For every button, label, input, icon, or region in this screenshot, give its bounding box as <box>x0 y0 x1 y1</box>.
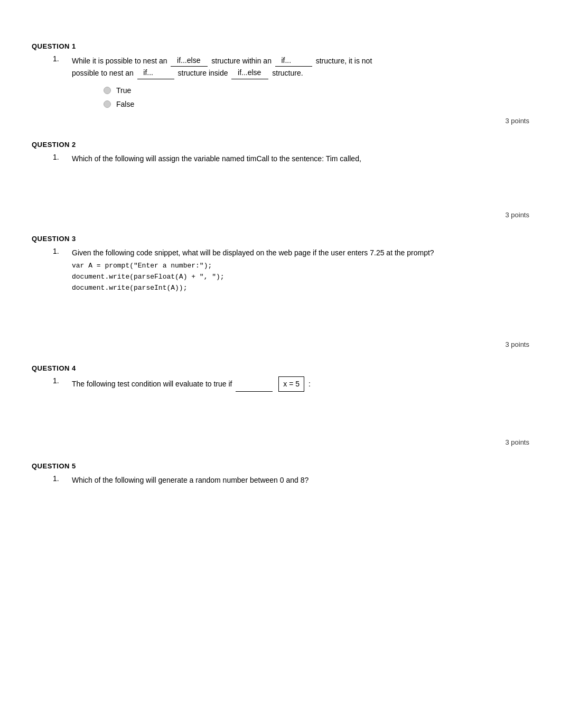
code-line-3: document.write(parseInt(A)); <box>72 283 529 294</box>
question-2-number: 1. <box>53 153 63 164</box>
option-false-radio[interactable] <box>104 100 111 108</box>
q1-blank-3: if... <box>137 67 174 79</box>
question-1-block: QUESTION 1 1. While it is possible to ne… <box>32 42 529 125</box>
q1-blank-1: if...else <box>171 54 208 67</box>
question-1-points: 3 points <box>32 117 529 125</box>
question-1-label: QUESTION 1 <box>32 42 529 50</box>
question-4-answer-area <box>72 392 529 434</box>
question-2-label: QUESTION 2 <box>32 141 529 149</box>
question-3-code: var A = prompt("Enter a number:"); docum… <box>72 261 529 293</box>
question-4-text: The following test condition will evalua… <box>72 376 529 434</box>
q1-text-part6: structure. <box>272 69 303 77</box>
question-3-row: 1. Given the following code snippet, wha… <box>53 247 529 336</box>
question-5-row: 1. Which of the following will generate … <box>53 474 529 486</box>
question-5-content: 1. Which of the following will generate … <box>53 474 529 486</box>
q4-text-before: The following test condition will evalua… <box>72 380 232 388</box>
question-3-content: 1. Given the following code snippet, wha… <box>53 247 529 336</box>
question-4-block: QUESTION 4 1. The following test conditi… <box>32 364 529 446</box>
q1-blank-4: if...else <box>231 67 268 79</box>
question-2-row: 1. Which of the following will assign th… <box>53 153 529 164</box>
option-false-label: False <box>116 98 134 110</box>
q1-text-part1: While it is possible to nest an <box>72 57 167 65</box>
question-4-number: 1. <box>53 376 63 434</box>
q4-box-value: x = 5 <box>278 376 304 392</box>
question-3-points: 3 points <box>32 340 529 348</box>
question-2-block: QUESTION 2 1. Which of the following wil… <box>32 141 529 219</box>
question-1-number: 1. <box>53 54 63 113</box>
option-true-label: True <box>116 85 131 96</box>
question-5-label: QUESTION 5 <box>32 462 529 470</box>
question-1-text: While it is possible to nest an if...els… <box>72 54 529 113</box>
q4-blank <box>236 378 273 392</box>
question-2-points: 3 points <box>32 211 529 219</box>
question-3-answer-area <box>72 294 529 336</box>
question-1-options: True False <box>104 85 529 110</box>
question-4-row: 1. The following test condition will eva… <box>53 376 529 434</box>
question-2-content: 1. Which of the following will assign th… <box>53 153 529 207</box>
code-line-2: document.write(parseFloat(A) + ", "); <box>72 272 529 283</box>
question-2-text: Which of the following will assign the v… <box>72 153 529 164</box>
option-true-row: True <box>104 85 529 96</box>
question-1-row: 1. While it is possible to nest an if...… <box>53 54 529 113</box>
question-3-text: Given the following code snippet, what w… <box>72 247 529 336</box>
q1-text-part4: possible to nest an <box>72 69 134 77</box>
question-5-text: Which of the following will generate a r… <box>72 474 529 486</box>
question-2-answer-area <box>53 164 529 207</box>
option-true-radio[interactable] <box>104 87 111 94</box>
code-line-1: var A = prompt("Enter a number:"); <box>72 261 529 272</box>
q1-text-part5: structure inside <box>178 69 228 77</box>
question-3-text-content: Given the following code snippet, what w… <box>72 248 434 257</box>
question-4-content: 1. The following test condition will eva… <box>53 376 529 434</box>
question-4-label: QUESTION 4 <box>32 364 529 372</box>
question-1-content: 1. While it is possible to nest an if...… <box>53 54 529 113</box>
q1-text-part3: structure, it is not <box>316 57 372 65</box>
question-5-number: 1. <box>53 474 63 486</box>
q4-text-after: : <box>308 380 311 388</box>
question-3-block: QUESTION 3 1. Given the following code s… <box>32 235 529 348</box>
question-5-block: QUESTION 5 1. Which of the following wil… <box>32 462 529 486</box>
option-false-row: False <box>104 98 529 110</box>
question-3-label: QUESTION 3 <box>32 235 529 243</box>
question-3-number: 1. <box>53 247 63 336</box>
q1-text-part2: structure within an <box>211 57 272 65</box>
question-4-points: 3 points <box>32 438 529 446</box>
q1-blank-2: if... <box>275 54 312 67</box>
